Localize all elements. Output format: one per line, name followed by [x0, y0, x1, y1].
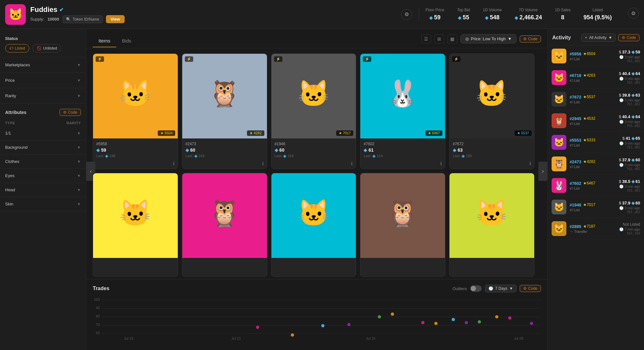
- nft-image-7672: 🐱 ⚡ ★5537: [450, 54, 534, 138]
- nft-card-1946[interactable]: 🐱 ⚡ ★7017 #1946: [271, 53, 356, 169]
- nft-row-2: 🐱 🦉: [93, 173, 535, 277]
- eth-icon-activity: ◈: [631, 114, 635, 119]
- page-header: 🐱 Fuddies ✔ Supply: 10000 🔍 Token ID/Nam…: [0, 0, 644, 29]
- attr-row-filter-eyes[interactable]: Eyes▼: [0, 170, 86, 181]
- svg-text:🐱: 🐱: [298, 198, 330, 228]
- content-header: Items Bids ☰ ⊞ ▦ ◎ Price: Low To High ▼ …: [86, 29, 547, 48]
- info-icon-7672[interactable]: ℹ: [529, 161, 531, 166]
- chevron-attr-icon: ▼: [77, 145, 81, 150]
- nft-price-1946: ◈60: [275, 147, 353, 153]
- days-dropdown[interactable]: 🕐 7 Days ▼: [485, 285, 516, 292]
- activity-wallet-5: 763...d82: [619, 167, 640, 171]
- attr-row-filter-head[interactable]: Head▼: [0, 184, 86, 195]
- eth-icon-7672: ◈: [453, 147, 456, 153]
- view-button[interactable]: View: [106, 15, 124, 23]
- search-icon: 🔍: [66, 17, 71, 22]
- activity-price-val-0: $37.3 ◈59: [619, 50, 640, 54]
- rank-badge-7672: ★5537: [515, 130, 532, 136]
- activity-type-7: 🏷 List: [570, 208, 616, 212]
- svg-text:🐱: 🐱: [119, 78, 151, 109]
- nft-card-row2-2[interactable]: 🦉: [182, 173, 267, 277]
- activity-item-1[interactable]: 🐱 #6718 ★4263 🏷 List $40.4 ◈64 🕐 3 min a…: [548, 67, 644, 89]
- info-icon-1946[interactable]: ℹ: [351, 161, 353, 166]
- items-code-button[interactable]: ⚙ Code: [520, 35, 541, 43]
- chevron-activity-icon: ▼: [608, 35, 612, 40]
- activity-id-1: #6718: [570, 73, 581, 78]
- attr-row-filter-background[interactable]: Background▼: [0, 142, 86, 153]
- activity-item-8[interactable]: 🐱 #2885 ★7187 ↔ Transfer Not Listed 🕐 7 …: [548, 218, 644, 240]
- activity-type-icon-7: 🏷: [570, 208, 573, 212]
- nft-card-row2-5[interactable]: 🐱: [449, 173, 535, 277]
- nft-price-7672: ◈63: [453, 147, 531, 153]
- outliers-toggle[interactable]: [470, 285, 482, 292]
- nft-info-5958: #5958 ◈59 Last: ◈198: [93, 138, 178, 161]
- info-icon-2473[interactable]: ℹ: [262, 161, 264, 166]
- status-section: Status 🏷 Listed 🚫 Unlisted: [0, 33, 86, 56]
- activity-details-5: #2473 ★4282 🏷 List: [570, 159, 616, 169]
- activity-type-2: 🏷 List: [570, 100, 616, 104]
- nft-card-2473[interactable]: 🦉 ⚡ ★4282 #2473: [182, 53, 267, 169]
- settings-gear-button[interactable]: ⚙: [401, 9, 412, 20]
- toggle-knob: [471, 286, 476, 291]
- unlisted-status-button[interactable]: 🚫 Unlisted: [33, 44, 61, 52]
- all-activity-filter[interactable]: + All Activity ▼: [581, 33, 616, 42]
- info-icon-7602[interactable]: ℹ: [440, 161, 442, 166]
- grid-view-button[interactable]: ⊞: [434, 34, 444, 43]
- nft-card-5958[interactable]: 🐱 ⚡ ★6504 #5958: [93, 53, 178, 169]
- attr-row-filter-clothes[interactable]: Clothes▼: [0, 156, 86, 167]
- tab-bids[interactable]: Bids: [116, 35, 137, 47]
- activity-wallet-0: 763...d82: [619, 59, 640, 63]
- activity-id-8: #2885: [570, 224, 581, 229]
- price-filter[interactable]: Price ▼: [0, 74, 86, 87]
- star-icon-5: ★: [517, 131, 520, 135]
- show-more-button[interactable]: ⌄: [93, 277, 535, 279]
- nft-actions-2473: ℹ: [182, 161, 267, 169]
- rarity-badge-2473: ⚡: [185, 56, 193, 62]
- nft-card-7672[interactable]: 🐱 ⚡ ★5537 #7672: [449, 53, 535, 169]
- stat-1d-sales: 1D Sales 8: [555, 8, 571, 21]
- trades-code-button[interactable]: ⚙ Code: [520, 285, 541, 292]
- sort-dropdown[interactable]: ◎ Price: Low To High ▼: [460, 34, 516, 43]
- activity-item-5[interactable]: 🦉 #2473 ★4282 🏷 List $37.9 ◈60 🕐 3 min a…: [548, 153, 644, 175]
- activity-code-button[interactable]: ⚙ Code: [618, 34, 639, 41]
- sidebar: Status 🏷 Listed 🚫 Unlisted Marketplaces …: [0, 29, 86, 350]
- info-icon-5958[interactable]: ℹ: [173, 161, 175, 166]
- eth-last-icon: ◈: [105, 153, 109, 158]
- activity-price-val-1: $40.4 ◈64: [619, 71, 640, 76]
- list-view-button[interactable]: ☰: [421, 34, 431, 43]
- nft-card-row2-4[interactable]: 🦉: [360, 173, 445, 277]
- attributes-code-button[interactable]: ⚙ Code: [60, 109, 81, 116]
- rank-badge-5958: ★6504: [158, 130, 175, 136]
- activity-item-6[interactable]: 🐰 #7602 ★6467 🏷 List $38.5 ◈61 🕐 3 min a…: [548, 175, 644, 196]
- marketplaces-filter[interactable]: Marketplaces ▼: [0, 59, 86, 71]
- nft-card-row2-3[interactable]: 🐱: [271, 173, 356, 277]
- nft-card-row2-1[interactable]: 🐱: [93, 173, 178, 277]
- dollar-icon: $: [619, 50, 621, 54]
- activity-item-4[interactable]: 🐱 #5553 ★6333 🏷 List $41 ◈65 🕐 3 min ago…: [548, 132, 644, 153]
- attr-row-filter-skin[interactable]: Skin▼: [0, 198, 86, 210]
- grid-view-large-button[interactable]: ▦: [447, 34, 457, 43]
- svg-text:Jul 23: Jul 23: [366, 336, 375, 340]
- nft-info-7602: #7602 ◈61 Last: ◈114: [360, 138, 445, 161]
- activity-details-1: #6718 ★4263 🏷 List: [570, 73, 616, 82]
- token-search-input[interactable]: 🔍 Token ID/Name: [62, 15, 103, 23]
- activity-item-2[interactable]: 🐱 #7672 ★5537 🏷 List $39.8 ◈63 🕐 3 min a…: [548, 89, 644, 110]
- divider-4: [0, 103, 86, 104]
- rarity-icon-3: ⚡: [276, 57, 280, 61]
- rarity-filter[interactable]: Rarity ▼: [0, 90, 86, 102]
- chart-data-point: [452, 318, 455, 321]
- divider-attr: [0, 197, 86, 197]
- attr-row-filter-1-1[interactable]: 1/1▼: [0, 128, 86, 139]
- activity-item-3[interactable]: 🦉 #2945 ★4532 🏷 List $40.4 ◈64 🕐 3 min a…: [548, 110, 644, 132]
- activity-list: 🐱 #5958 ★6504 🏷 List $37.3 ◈59 🕐 3 min a…: [548, 45, 644, 350]
- stats-settings-button[interactable]: ⚙: [628, 8, 639, 19]
- activity-item-0[interactable]: 🐱 #5958 ★6504 🏷 List $37.3 ◈59 🕐 3 min a…: [548, 45, 644, 67]
- activity-type-5: 🏷 List: [570, 165, 616, 169]
- nft-card-7602[interactable]: 🐰 ⚡ ★6467 #7602: [360, 53, 445, 169]
- divider-2: [0, 72, 86, 73]
- tab-items[interactable]: Items: [93, 35, 116, 47]
- listed-status-button[interactable]: 🏷 Listed: [5, 44, 29, 52]
- activity-thumb-3: 🦉: [552, 113, 566, 128]
- activity-item-7[interactable]: 🐱 #1946 ★7017 🏷 List $37.9 ◈60 🕐 3 min a…: [548, 196, 644, 218]
- nav-next-button[interactable]: ›: [538, 162, 547, 181]
